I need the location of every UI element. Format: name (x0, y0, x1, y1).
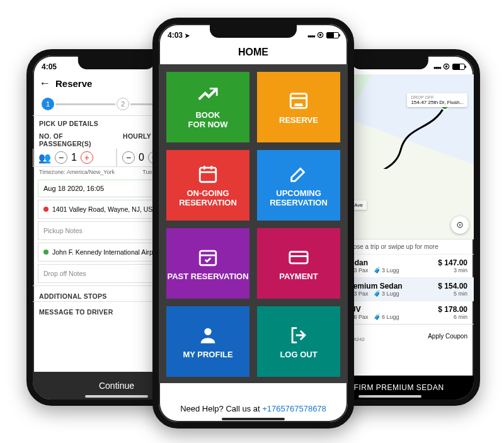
svg-rect-13 (290, 251, 307, 263)
gps-locate-button[interactable] (451, 216, 469, 234)
tile-label: ON-GOING RESERVATION (166, 188, 249, 207)
timezone-label: Timezone: America/New_York (39, 169, 115, 175)
pickup-dot-icon (43, 207, 49, 212)
tile-upcoming-reservation[interactable]: UPCOMING RESERVATION (257, 150, 340, 221)
logout-icon (288, 325, 309, 346)
svg-rect-12 (200, 251, 216, 265)
battery-icon (452, 64, 465, 70)
trend-icon (197, 85, 219, 106)
vehicle-price: $ 178.00 (438, 305, 467, 314)
vehicle-name: Premium Sedan (345, 282, 433, 291)
vehicle-eta: 3 min (438, 267, 467, 273)
status-time: 4:05 (42, 62, 57, 71)
apply-coupon-button[interactable]: Apply Coupon (428, 333, 467, 340)
home-tile-grid: BOOK FOR NOW RESERVE ON-GOING RESERVATIO… (159, 64, 348, 383)
calendar-car-icon (288, 90, 309, 112)
svg-point-3 (459, 224, 461, 226)
vehicle-price: $ 154.00 (438, 282, 467, 291)
passenger-plus-button[interactable]: + (81, 151, 93, 164)
tile-book-for-now[interactable]: BOOK FOR NOW (166, 72, 249, 142)
page-title: Reserve (55, 78, 92, 89)
svg-point-14 (204, 328, 211, 335)
passenger-minus-button[interactable]: − (55, 151, 67, 164)
vehicle-price: $ 147.00 (438, 258, 467, 267)
page-title: HOME (159, 43, 348, 64)
phone-notch (210, 24, 297, 38)
signal-icon (307, 31, 314, 40)
tile-my-profile[interactable]: MY PROFILE (166, 306, 249, 377)
vehicle-name: Sedan (345, 258, 433, 267)
label-passengers: NO. OF PASSENGER(S) (33, 129, 117, 149)
tile-log-out[interactable]: LOG OUT (257, 306, 340, 377)
back-icon[interactable]: ← (39, 77, 50, 90)
calendar-check-icon (197, 246, 219, 268)
svg-rect-11 (200, 168, 216, 182)
hourly-value: 0 (139, 152, 144, 163)
tile-label: PAYMENT (279, 272, 318, 281)
tile-ongoing-reservation[interactable]: ON-GOING RESERVATION (166, 150, 249, 221)
calendar-icon (197, 163, 219, 185)
people-icon: 👥 (38, 152, 51, 164)
phone-notch (352, 55, 428, 69)
tile-label: PAST RESERVATION (167, 272, 248, 281)
tile-label: LOG OUT (280, 350, 317, 359)
user-icon (197, 325, 219, 346)
phone-notch (78, 55, 155, 69)
lugg-icon: 🧳 3 Lugg (374, 267, 399, 273)
tile-label: MY PROFILE (183, 350, 232, 359)
passenger-value: 1 (71, 152, 77, 163)
card-icon (288, 246, 309, 268)
lugg-icon: 🧳 6 Lugg (374, 314, 399, 320)
tile-reserve[interactable]: RESERVE (257, 72, 340, 142)
home-indicator (358, 395, 421, 398)
pickup-address-text: 1401 Valley Road, Wayne, NJ, USA (52, 205, 157, 213)
tile-label: BOOK FOR NOW (188, 110, 228, 129)
vehicle-eta: 6 min (438, 314, 467, 320)
step-2[interactable]: 2 (117, 98, 129, 110)
home-indicator (222, 418, 285, 420)
tile-label: UPCOMING RESERVATION (257, 188, 340, 207)
step-1[interactable]: 1 (42, 98, 54, 110)
lugg-icon: 🧳 3 Lugg (374, 291, 399, 297)
edit-icon (288, 163, 309, 185)
help-phone-link[interactable]: +1765767578678 (262, 404, 326, 413)
passenger-counter: 👥 − 1 + (33, 149, 117, 167)
crosshair-icon (455, 220, 465, 230)
tile-payment[interactable]: PAYMENT (257, 228, 340, 299)
vehicle-name: SUV (345, 305, 433, 314)
signal-icon (433, 62, 440, 71)
help-text: Need Help? Call us at (180, 404, 262, 413)
home-indicator (85, 395, 148, 398)
vehicle-eta: 5 min (438, 291, 467, 297)
hourly-minus-button[interactable]: − (122, 151, 135, 164)
location-arrow-icon: ➤ (185, 32, 190, 39)
help-footer: Need Help? Call us at +1765767578678 (159, 399, 348, 418)
battery-icon (326, 32, 339, 38)
wifi-icon (443, 62, 450, 71)
wifi-icon (317, 31, 324, 40)
tile-past-reservation[interactable]: PAST RESERVATION (166, 228, 249, 299)
dropoff-map-label[interactable]: DROP OFF 154-47 25th Dr, Flush... (407, 93, 467, 107)
tile-label: RESERVE (279, 115, 318, 125)
phone-home: 4:03 ➤ HOME BOOK FOR NOW RESERVE ON-GOIN… (152, 18, 354, 429)
section-message-driver[interactable]: MESSAGE TO DRIVER (39, 308, 113, 316)
status-time: 4:03 (168, 31, 183, 40)
dropoff-dot-icon (43, 250, 49, 255)
